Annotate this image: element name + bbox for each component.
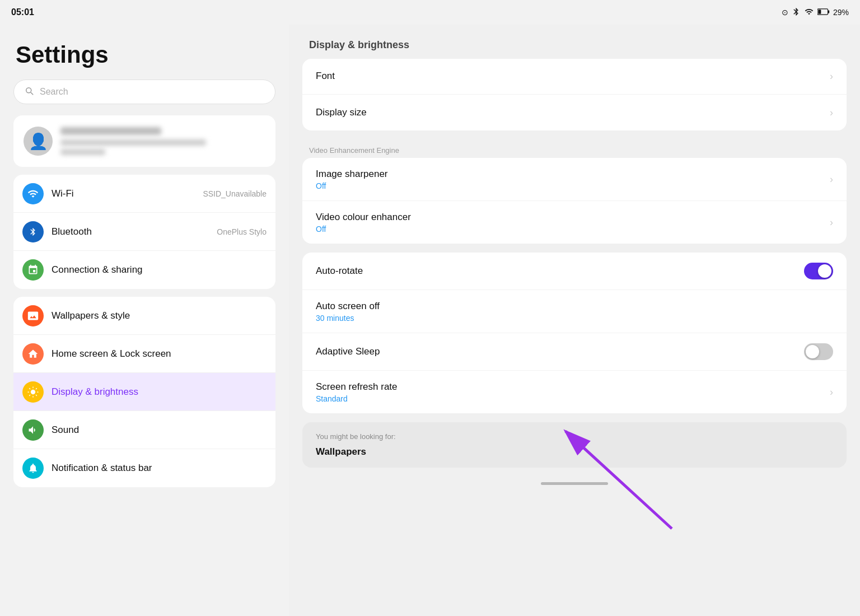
connection-label: Connection & sharing: [52, 264, 259, 276]
video-colour-chevron-icon: ›: [830, 217, 833, 228]
profile-desc2: [60, 149, 105, 155]
font-chevron-icon: ›: [830, 71, 833, 82]
image-sharpener-content: Image sharpener Off: [316, 168, 830, 190]
sidebar-item-wifi[interactable]: Wi-Fi SSID_Unavailable: [13, 175, 275, 213]
video-colour-title: Video colour enhancer: [316, 211, 830, 223]
right-item-screen-refresh[interactable]: Screen refresh rate Standard ›: [302, 371, 847, 413]
signal-icon: [804, 7, 814, 18]
auto-rotate-title: Auto-rotate: [316, 265, 804, 277]
video-section-label: Video Enhancement Engine: [289, 139, 860, 158]
avatar-icon: 👤: [29, 132, 48, 151]
sidebar-item-connection[interactable]: Connection & sharing: [13, 251, 275, 289]
display-label: Display & brightness: [52, 386, 267, 398]
personalisation-group: Wallpapers & style Home screen & Lock sc…: [13, 297, 275, 487]
left-panel: Settings Search 👤 Wi: [0, 25, 289, 616]
right-item-font[interactable]: Font ›: [302, 59, 847, 95]
notification-label: Notification & status bar: [52, 463, 267, 474]
right-item-adaptive-sleep[interactable]: Adaptive Sleep: [302, 333, 847, 371]
sidebar-item-homescreen[interactable]: Home screen & Lock screen: [13, 335, 275, 373]
wallpapers-icon: [22, 305, 44, 326]
screen-refresh-chevron-icon: ›: [830, 386, 833, 398]
right-item-display-size[interactable]: Display size ›: [302, 95, 847, 130]
auto-screen-off-title: Auto screen off: [316, 300, 833, 312]
auto-section-card: Auto-rotate Auto screen off 30 minutes A…: [302, 253, 847, 413]
search-bar[interactable]: Search: [13, 80, 275, 104]
notification-icon: [22, 458, 44, 479]
profile-name: [60, 127, 161, 135]
screen-refresh-title: Screen refresh rate: [316, 381, 830, 393]
video-enhancement-card: Image sharpener Off › Video colour enhan…: [302, 158, 847, 244]
wifi-label: Wi-Fi: [52, 188, 195, 199]
svg-rect-1: [828, 10, 829, 13]
right-item-video-colour[interactable]: Video colour enhancer Off ›: [302, 201, 847, 244]
looking-for-label: You might be looking for:: [316, 432, 833, 441]
font-content: Font: [316, 70, 830, 82]
right-panel: Display & brightness Font › Display size…: [289, 25, 860, 616]
search-icon: [24, 86, 34, 98]
auto-rotate-knob: [818, 264, 831, 278]
status-time: 05:01: [11, 7, 34, 17]
auto-screen-off-subtitle: 30 minutes: [316, 314, 833, 323]
wallpapers-label: Wallpapers & style: [52, 310, 267, 321]
image-sharpener-chevron-icon: ›: [830, 174, 833, 185]
connection-icon: [22, 259, 44, 281]
font-display-card: Font › Display size ›: [302, 59, 847, 130]
sidebar-item-sound[interactable]: Sound: [13, 411, 275, 449]
video-colour-subtitle: Off: [316, 225, 830, 234]
alarm-icon: ⊙: [782, 8, 788, 17]
bluetooth-icon: [22, 221, 44, 242]
status-icons: ⊙ 29%: [782, 7, 849, 18]
adaptive-sleep-title: Adaptive Sleep: [316, 346, 804, 358]
auto-screen-off-content: Auto screen off 30 minutes: [316, 300, 833, 323]
image-sharpener-title: Image sharpener: [316, 168, 830, 180]
screen-refresh-content: Screen refresh rate Standard: [316, 381, 830, 403]
bluetooth-value: OnePlus Stylo: [217, 227, 267, 236]
display-size-content: Display size: [316, 106, 830, 119]
auto-rotate-content: Auto-rotate: [316, 265, 804, 277]
sidebar-item-bluetooth[interactable]: Bluetooth OnePlus Stylo: [13, 213, 275, 251]
battery-icon: [817, 7, 830, 18]
sound-label: Sound: [52, 424, 267, 436]
font-title: Font: [316, 70, 830, 82]
homescreen-label: Home screen & Lock screen: [52, 348, 267, 360]
svg-point-3: [31, 389, 35, 394]
battery-percent: 29%: [833, 8, 849, 17]
adaptive-sleep-toggle[interactable]: [804, 343, 833, 360]
adaptive-sleep-content: Adaptive Sleep: [316, 346, 804, 358]
looking-for-card: You might be looking for: Wallpapers: [302, 422, 847, 468]
wifi-icon: [22, 183, 44, 204]
sidebar-item-wallpapers[interactable]: Wallpapers & style: [13, 297, 275, 335]
page-title: Settings: [13, 41, 275, 68]
profile-card[interactable]: 👤: [13, 115, 275, 167]
connectivity-group: Wi-Fi SSID_Unavailable Bluetooth OnePlus…: [13, 175, 275, 289]
right-item-image-sharpener[interactable]: Image sharpener Off ›: [302, 158, 847, 201]
search-input[interactable]: Search: [40, 87, 68, 97]
profile-text: [60, 127, 265, 155]
bluetooth-label: Bluetooth: [52, 226, 209, 237]
scroll-indicator: [541, 482, 608, 485]
homescreen-icon: [22, 343, 44, 365]
status-bar: 05:01 ⊙ 29%: [0, 0, 860, 25]
wifi-value: SSID_Unavailable: [203, 189, 267, 198]
sidebar-item-display[interactable]: Display & brightness: [13, 373, 275, 411]
auto-rotate-toggle[interactable]: [804, 263, 833, 279]
bluetooth-status-icon: [792, 7, 801, 18]
adaptive-sleep-knob: [806, 345, 819, 358]
svg-rect-2: [818, 10, 821, 14]
avatar: 👤: [24, 127, 53, 156]
sidebar-item-notification[interactable]: Notification & status bar: [13, 449, 275, 487]
profile-desc: [60, 139, 206, 146]
sound-icon: [22, 419, 44, 441]
display-size-chevron-icon: ›: [830, 107, 833, 119]
right-panel-header: Display & brightness: [289, 25, 860, 59]
main-layout: Settings Search 👤 Wi: [0, 25, 860, 616]
screen-refresh-subtitle: Standard: [316, 394, 830, 403]
image-sharpener-subtitle: Off: [316, 181, 830, 190]
display-size-title: Display size: [316, 106, 830, 119]
right-item-auto-rotate[interactable]: Auto-rotate: [302, 253, 847, 290]
right-item-auto-screen-off[interactable]: Auto screen off 30 minutes: [302, 290, 847, 333]
looking-for-wallpapers[interactable]: Wallpapers: [316, 446, 833, 458]
video-colour-content: Video colour enhancer Off: [316, 211, 830, 234]
display-icon: [22, 381, 44, 403]
